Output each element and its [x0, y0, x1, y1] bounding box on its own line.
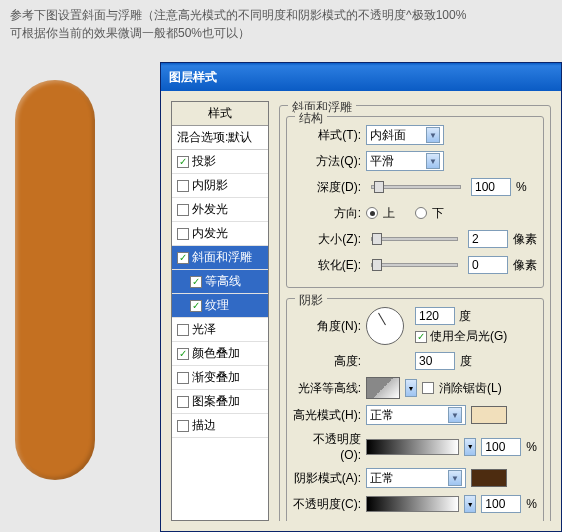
style-item[interactable]: ✓等高线: [172, 270, 268, 294]
chevron-down-icon: ▼: [448, 470, 462, 486]
gloss-contour[interactable]: [366, 377, 400, 399]
angle-label: 角度(N):: [293, 318, 361, 335]
style-item[interactable]: 图案叠加: [172, 390, 268, 414]
highlight-mode-label: 高光模式(H):: [293, 407, 361, 424]
size-input[interactable]: 2: [468, 230, 508, 248]
style-checkbox[interactable]: [177, 228, 189, 240]
chevron-down-icon: ▼: [426, 127, 440, 143]
shadow-opacity-slider[interactable]: [366, 496, 459, 512]
altitude-input[interactable]: 30: [415, 352, 455, 370]
global-light-checkbox[interactable]: ✓: [415, 331, 427, 343]
shadow-opacity-label: 不透明度(C):: [293, 496, 361, 513]
chevron-down-icon: ▼: [426, 153, 440, 169]
style-item-label: 等高线: [205, 273, 241, 290]
structure-title: 结构: [295, 110, 327, 127]
style-checkbox[interactable]: ✓: [177, 348, 189, 360]
dir-down-radio[interactable]: [415, 207, 427, 219]
preview-shape: [15, 80, 95, 480]
style-item[interactable]: ✓投影: [172, 150, 268, 174]
style-item-label: 颜色叠加: [192, 345, 240, 362]
soften-slider[interactable]: [371, 263, 458, 267]
angle-input[interactable]: 120: [415, 307, 455, 325]
style-checkbox[interactable]: [177, 204, 189, 216]
style-item-label: 斜面和浮雕: [192, 249, 252, 266]
shading-title: 阴影: [295, 292, 327, 309]
style-item[interactable]: 内阴影: [172, 174, 268, 198]
style-item-label: 图案叠加: [192, 393, 240, 410]
shadow-mode-label: 阴影模式(A):: [293, 470, 361, 487]
style-item[interactable]: ✓斜面和浮雕: [172, 246, 268, 270]
highlight-opacity-slider[interactable]: [366, 439, 459, 455]
technique-select[interactable]: 平滑▼: [366, 151, 444, 171]
style-item[interactable]: 光泽: [172, 318, 268, 342]
dialog-titlebar[interactable]: 图层样式: [161, 63, 561, 91]
blend-options[interactable]: 混合选项:默认: [172, 126, 268, 150]
depth-label: 深度(D):: [293, 179, 361, 196]
style-item[interactable]: 外发光: [172, 198, 268, 222]
style-item-label: 渐变叠加: [192, 369, 240, 386]
highlight-color[interactable]: [471, 406, 507, 424]
gloss-label: 光泽等高线:: [293, 380, 361, 397]
technique-label: 方法(Q):: [293, 153, 361, 170]
angle-wheel[interactable]: [366, 307, 404, 345]
style-item[interactable]: 描边: [172, 414, 268, 438]
style-label: 样式(T):: [293, 127, 361, 144]
altitude-label: 高度:: [293, 353, 361, 370]
style-item-label: 光泽: [192, 321, 216, 338]
style-item-label: 描边: [192, 417, 216, 434]
style-item-label: 内发光: [192, 225, 228, 242]
style-item[interactable]: ✓纹理: [172, 294, 268, 318]
style-checkbox[interactable]: ✓: [190, 276, 202, 288]
chevron-down-icon[interactable]: ▼: [464, 438, 476, 456]
depth-slider[interactable]: [371, 185, 461, 189]
soften-input[interactable]: 0: [468, 256, 508, 274]
highlight-opacity-label: 不透明度(O):: [293, 431, 361, 462]
style-item-label: 纹理: [205, 297, 229, 314]
style-checkbox[interactable]: [177, 396, 189, 408]
style-select[interactable]: 内斜面▼: [366, 125, 444, 145]
style-checkbox[interactable]: ✓: [177, 252, 189, 264]
shadow-opacity-input[interactable]: 100: [481, 495, 521, 513]
direction-label: 方向:: [293, 205, 361, 222]
highlight-mode-select[interactable]: 正常▼: [366, 405, 466, 425]
style-item-label: 投影: [192, 153, 216, 170]
style-item-label: 内阴影: [192, 177, 228, 194]
style-checkbox[interactable]: ✓: [177, 156, 189, 168]
style-checkbox[interactable]: [177, 324, 189, 336]
highlight-opacity-input[interactable]: 100: [481, 438, 521, 456]
size-label: 大小(Z):: [293, 231, 361, 248]
style-checkbox[interactable]: [177, 180, 189, 192]
chevron-down-icon[interactable]: ▼: [405, 379, 417, 397]
chevron-down-icon: ▼: [448, 407, 462, 423]
shadow-mode-select[interactable]: 正常▼: [366, 468, 466, 488]
style-checkbox[interactable]: [177, 420, 189, 432]
style-item[interactable]: 内发光: [172, 222, 268, 246]
size-slider[interactable]: [371, 237, 458, 241]
layer-style-dialog: 图层样式 样式 混合选项:默认 ✓投影内阴影外发光内发光✓斜面和浮雕✓等高线✓纹…: [160, 62, 562, 532]
style-item[interactable]: ✓颜色叠加: [172, 342, 268, 366]
style-checkbox[interactable]: ✓: [190, 300, 202, 312]
antialias-checkbox[interactable]: [422, 382, 434, 394]
shadow-color[interactable]: [471, 469, 507, 487]
bevel-groupbox: 斜面和浮雕 结构 样式(T): 内斜面▼ 方法(Q): 平滑▼: [279, 105, 551, 521]
soften-label: 软化(E):: [293, 257, 361, 274]
style-item[interactable]: 渐变叠加: [172, 366, 268, 390]
styles-header[interactable]: 样式: [172, 102, 268, 126]
styles-list: 样式 混合选项:默认 ✓投影内阴影外发光内发光✓斜面和浮雕✓等高线✓纹理光泽✓颜…: [171, 101, 269, 521]
style-checkbox[interactable]: [177, 372, 189, 384]
chevron-down-icon[interactable]: ▼: [464, 495, 476, 513]
instruction-text: 参考下图设置斜面与浮雕（注意高光模式的不同明度和阴影模式的不透明度^极致100%…: [0, 0, 562, 48]
depth-input[interactable]: 100: [471, 178, 511, 196]
style-item-label: 外发光: [192, 201, 228, 218]
dir-up-radio[interactable]: [366, 207, 378, 219]
